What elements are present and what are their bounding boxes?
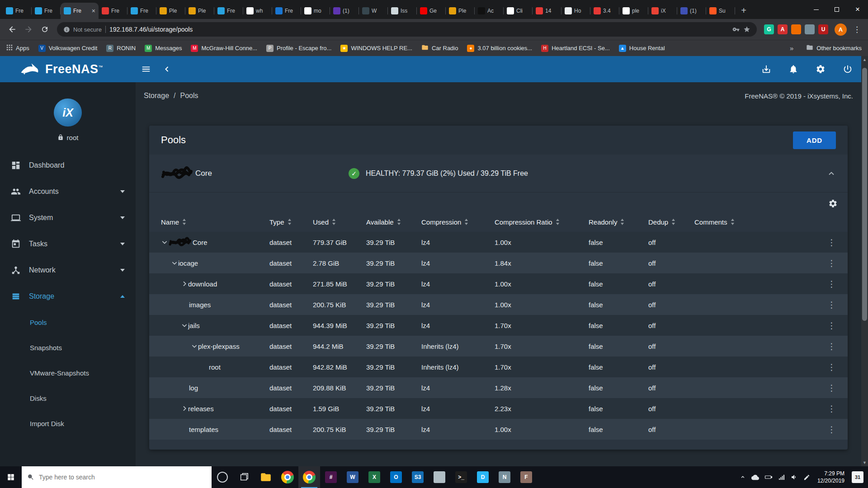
- taskbar-app-terminal[interactable]: >_: [450, 466, 472, 488]
- taskbar-clock[interactable]: 7:29 PM 12/20/2019: [816, 470, 846, 484]
- close-button[interactable]: ×: [847, 0, 868, 19]
- row-menu-icon[interactable]: ⋮: [822, 362, 836, 372]
- bookmark-mcgraw-hill-conne[interactable]: MMcGraw-Hill Conne...: [191, 45, 257, 52]
- info-icon[interactable]: [63, 26, 70, 33]
- grammarly-extension-icon[interactable]: G: [764, 24, 774, 34]
- browser-tab[interactable]: Fre: [272, 3, 301, 19]
- taskbar-app-task-view[interactable]: [233, 466, 255, 488]
- expand-chevron-icon[interactable]: [161, 239, 168, 246]
- expand-chevron-icon[interactable]: [181, 280, 188, 287]
- row-menu-icon[interactable]: ⋮: [822, 300, 836, 310]
- ublock-extension-icon[interactable]: U: [818, 24, 828, 34]
- taskbar-app-share-app[interactable]: N: [494, 466, 515, 488]
- browser-tab[interactable]: 3.4: [590, 3, 619, 19]
- browser-tab[interactable]: (1): [677, 3, 706, 19]
- column-header-available[interactable]: Available: [366, 218, 421, 226]
- freenas-logo[interactable]: FreeNAS™: [0, 62, 136, 76]
- browser-tab[interactable]: Su: [706, 3, 735, 19]
- browser-tab[interactable]: Ac: [475, 3, 504, 19]
- browser-tab[interactable]: Iss: [388, 3, 417, 19]
- sidebar-item-pools[interactable]: Pools: [0, 310, 136, 335]
- browser-tab[interactable]: Fre ×: [61, 3, 99, 19]
- sort-icon[interactable]: [556, 219, 560, 225]
- sidebar-item-accounts[interactable]: Accounts: [0, 178, 136, 205]
- orange-extension-icon[interactable]: [791, 24, 801, 34]
- bookmark-volkswagen-credit[interactable]: VVolkswagen Credit: [38, 45, 98, 52]
- browser-tab[interactable]: Ple: [156, 3, 185, 19]
- taskbar-app-s3-browser[interactable]: S3: [407, 466, 429, 488]
- add-pool-button[interactable]: ADD: [793, 131, 836, 149]
- row-menu-icon[interactable]: ⋮: [822, 424, 836, 435]
- browser-tab[interactable]: Ho: [561, 3, 590, 19]
- notifications-bell-icon[interactable]: [783, 59, 804, 80]
- scroll-up-icon[interactable]: ▲: [861, 56, 868, 63]
- taskbar-app-outlook[interactable]: O: [385, 466, 407, 488]
- breadcrumb-storage[interactable]: Storage: [144, 92, 169, 100]
- browser-tab[interactable]: W: [359, 3, 388, 19]
- expand-chevron-icon[interactable]: [181, 405, 188, 412]
- sort-icon[interactable]: [332, 219, 336, 225]
- browser-tab[interactable]: Fre: [127, 3, 156, 19]
- taskbar-app-word[interactable]: W: [342, 466, 363, 488]
- sort-icon[interactable]: [620, 219, 624, 225]
- search-input[interactable]: [39, 474, 206, 481]
- bookmark-car-radio[interactable]: Car Radio: [421, 44, 458, 52]
- profile-avatar[interactable]: A: [835, 23, 847, 36]
- bookmark-windows-help-re[interactable]: ★WINDOWS HELP RE...: [340, 45, 412, 52]
- sidebar-item-storage[interactable]: Storage: [0, 283, 136, 310]
- browser-tab[interactable]: Ge: [417, 3, 446, 19]
- expand-chevron-icon[interactable]: [181, 322, 188, 329]
- collapse-sidebar-icon[interactable]: [156, 59, 177, 80]
- browser-tab[interactable]: Fre: [32, 3, 61, 19]
- sidebar-item-network[interactable]: Network: [0, 257, 136, 283]
- sidebar-item-vmware-snapshots[interactable]: VMware-Snapshots: [0, 360, 136, 385]
- row-menu-icon[interactable]: ⋮: [822, 258, 836, 268]
- bookmark-house-rental[interactable]: ▲House Rental: [619, 45, 665, 52]
- sort-icon[interactable]: [288, 219, 292, 225]
- column-header-comments[interactable]: Comments: [694, 218, 822, 226]
- sort-icon[interactable]: [397, 219, 401, 225]
- maximize-button[interactable]: [826, 0, 847, 19]
- browser-tab[interactable]: Ple: [185, 3, 214, 19]
- sidebar-item-snapshots[interactable]: Snapshots: [0, 335, 136, 360]
- notification-badge[interactable]: 31: [852, 471, 863, 483]
- pen-icon[interactable]: [803, 474, 810, 481]
- browser-menu-icon[interactable]: ⋮: [850, 25, 863, 34]
- forward-icon[interactable]: [21, 22, 36, 37]
- browser-tab[interactable]: Cli: [504, 3, 533, 19]
- sidebar-item-import-disk[interactable]: Import Disk: [0, 411, 136, 436]
- save-config-icon[interactable]: [756, 59, 777, 80]
- row-menu-icon[interactable]: ⋮: [822, 341, 836, 352]
- battery-icon[interactable]: [764, 473, 773, 481]
- collapse-pool-icon[interactable]: [827, 169, 836, 178]
- taskbar-app-file-explorer[interactable]: [255, 466, 277, 488]
- browser-tab[interactable]: mo: [301, 3, 330, 19]
- bookmark-star-icon[interactable]: [743, 26, 750, 33]
- minimize-button[interactable]: [806, 0, 826, 19]
- bookmark-ronin[interactable]: RRONIN: [106, 45, 136, 52]
- browser-tab[interactable]: 14: [533, 3, 561, 19]
- column-header-readonly[interactable]: Readonly: [589, 218, 648, 226]
- browser-tab[interactable]: iX: [648, 3, 677, 19]
- column-header-compression[interactable]: Compression: [421, 218, 495, 226]
- column-header-dedup[interactable]: Dedup: [648, 218, 694, 226]
- row-menu-icon[interactable]: ⋮: [822, 237, 836, 248]
- power-icon[interactable]: [837, 59, 858, 80]
- refresh-icon[interactable]: [37, 22, 52, 37]
- taskbar-app-app-grey[interactable]: [429, 466, 450, 488]
- browser-tab[interactable]: wh: [243, 3, 272, 19]
- scrollbar-thumb[interactable]: [862, 68, 867, 321]
- camera-extension-icon[interactable]: [805, 24, 815, 34]
- sidebar-item-dashboard[interactable]: Dashboard: [0, 152, 136, 178]
- taskbar-app-slack[interactable]: #: [320, 466, 342, 488]
- taskbar-app-chrome[interactable]: [277, 466, 298, 488]
- sort-icon[interactable]: [464, 219, 468, 225]
- column-settings-gear-icon[interactable]: [828, 199, 838, 210]
- column-header-type[interactable]: Type: [269, 218, 313, 226]
- bookmarks-overflow-icon[interactable]: »: [786, 44, 797, 52]
- cloud-icon[interactable]: [751, 474, 759, 481]
- chevron-up-icon[interactable]: [740, 474, 746, 480]
- scroll-down-icon[interactable]: ▼: [861, 459, 868, 466]
- taskbar-app-feather-app[interactable]: F: [515, 466, 537, 488]
- address-bar[interactable]: Not secure 192.168.7.46/ui/storage/pools: [57, 22, 757, 37]
